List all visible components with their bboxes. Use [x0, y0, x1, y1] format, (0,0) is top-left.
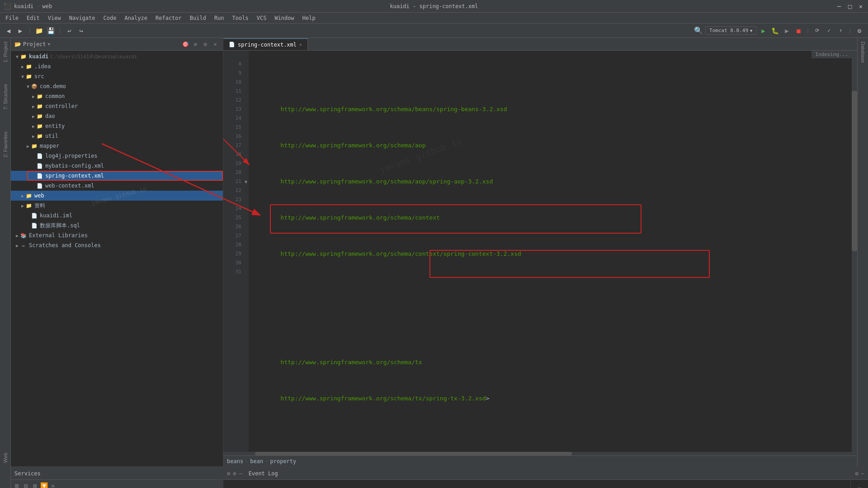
run-with-coverage[interactable]: ▶ — [782, 26, 792, 36]
tree-external[interactable]: ▶ 📚 External Libraries — [11, 230, 223, 240]
tree-iml[interactable]: ▶ 📄 kuaidi.iml — [11, 211, 223, 221]
back-button[interactable]: ◀ — [4, 26, 14, 36]
more-options[interactable]: » — [49, 482, 57, 488]
menu-analyze[interactable]: Analyze — [121, 14, 151, 22]
tree-mapper[interactable]: ▶ 📁 mapper — [11, 141, 223, 151]
run-button[interactable]: ▶ — [759, 26, 769, 36]
menu-vcs[interactable]: VCS — [253, 14, 270, 22]
stop-button[interactable]: ■ — [794, 26, 804, 36]
tree-controller[interactable]: ▶ 📁 controller — [11, 101, 223, 111]
menu-tools[interactable]: Tools — [229, 14, 252, 22]
menu-build[interactable]: Build — [186, 14, 210, 22]
breadcrumb-sep-2: › — [265, 458, 268, 465]
open-button[interactable]: 📁 — [34, 26, 44, 36]
tree-scratches[interactable]: ▶ ✏️ Scratches and Consoles — [11, 240, 223, 250]
checkbox-icon[interactable]: ☑ — [854, 483, 864, 488]
tree-common[interactable]: ▶ 📁 common — [11, 91, 223, 101]
web-toggle[interactable]: Web — [3, 453, 8, 463]
locate-button[interactable]: 🎯 — [181, 40, 189, 48]
package-icon: 📦 — [31, 83, 38, 90]
web-context-label: web-context.xml — [45, 183, 94, 189]
collapse-all-button[interactable]: ≡ — [191, 40, 199, 48]
event-log-settings[interactable]: ⚙ — [855, 470, 859, 477]
group-button[interactable]: ⊞ — [31, 482, 39, 488]
code-editor: 8 9 10 11 12 13 14 15 16 17 18 19 20 21 … — [223, 51, 857, 452]
favorites-toggle[interactable]: 2: Favorites — [3, 131, 8, 157]
code-line-15: http://www.springframework.org/schema/tx — [252, 358, 854, 367]
event-log-close[interactable]: — — [861, 470, 864, 477]
search-icon[interactable]: 🔍 — [693, 26, 703, 36]
expand-all-button[interactable]: ⊞ — [13, 482, 21, 488]
maximize-button[interactable]: □ — [846, 3, 854, 10]
breadcrumb-beans[interactable]: beans — [227, 458, 243, 465]
minimize-button[interactable]: ─ — [835, 3, 843, 10]
code-line-9: http://www.springframework.org/schema/ao… — [252, 141, 854, 150]
close-panel-button[interactable]: ✕ — [211, 40, 219, 48]
services-header: Services — [11, 467, 223, 480]
tree-resources[interactable]: ▶ 📁 资料 — [11, 201, 223, 211]
filter-button[interactable]: 🔽 — [40, 482, 48, 488]
tree-src[interactable]: ▼ 📁 src — [11, 71, 223, 81]
redo-button[interactable]: ↪ — [76, 26, 86, 36]
horizontal-scrollbar[interactable] — [223, 452, 857, 455]
src-icon: 📁 — [25, 73, 33, 80]
web-icon: 📁 — [25, 192, 33, 199]
minimize-log[interactable]: — — [239, 470, 242, 477]
dao-label: dao — [45, 113, 55, 119]
menu-refactor[interactable]: Refactor — [152, 14, 185, 22]
tree-mybatis[interactable]: ▶ 📄 mybatis-config.xml — [11, 161, 223, 171]
project-toggle[interactable]: 1: Project — [3, 42, 8, 62]
menu-navigate[interactable]: Navigate — [66, 14, 99, 22]
debug-button[interactable]: 🐛 — [770, 26, 780, 36]
vertical-scrollbar[interactable] — [852, 51, 857, 452]
menu-code[interactable]: Code — [100, 14, 120, 22]
entity-label: entity — [45, 123, 65, 129]
menu-run[interactable]: Run — [211, 14, 228, 22]
git-commit-button[interactable]: ✓ — [824, 26, 834, 36]
tree-idea[interactable]: ▶ 📁 .idea — [11, 61, 223, 71]
settings-button[interactable]: ⚙ — [854, 26, 864, 36]
util-icon: 📁 — [36, 132, 43, 140]
tree-web-context[interactable]: ▶ 📄 web-context.xml — [11, 181, 223, 191]
code-line-14 — [252, 322, 854, 331]
git-update-button[interactable]: ⟳ — [812, 26, 822, 36]
undo-button[interactable]: ↩ — [64, 26, 74, 36]
settings-panel-button[interactable]: ⚙ — [201, 40, 209, 48]
bottom-panel: Services ⊞ ⊟ ⊞ 🔽 » ▼ 🐱 Tomcat Server — [0, 466, 868, 488]
ext-arrow: ▶ — [14, 233, 20, 238]
save-button[interactable]: 💾 — [46, 26, 56, 36]
close-button[interactable]: ✕ — [857, 3, 864, 10]
menu-edit[interactable]: Edit — [23, 14, 43, 22]
menu-view[interactable]: View — [44, 14, 65, 22]
collapse-all-srv-button[interactable]: ⊟ — [22, 482, 30, 488]
tree-util[interactable]: ▶ 📁 util — [11, 131, 223, 141]
menu-file[interactable]: File — [2, 14, 22, 22]
tree-comdemo[interactable]: ▼ 📦 com.demo — [11, 81, 223, 91]
panel-actions: 🎯 ≡ ⚙ ✕ — [181, 40, 219, 48]
tree-spring-context[interactable]: ▶ 📄 spring-context.xml — [11, 171, 223, 181]
options-icon[interactable]: ⚙ — [233, 470, 236, 477]
menu-window[interactable]: Window — [271, 14, 297, 22]
tree-dao[interactable]: ▶ 📁 dao — [11, 111, 223, 121]
tab-close-button[interactable]: ✕ — [299, 42, 302, 47]
code-line-16: http://www.springframework.org/schema/tx… — [252, 394, 854, 403]
forward-button[interactable]: ▶ — [15, 26, 25, 36]
run-config-selector[interactable]: Tomcat 8.0.49 ▼ — [705, 26, 757, 35]
toolbar-sep-4: | — [849, 28, 852, 34]
tab-spring-context[interactable]: 📄 spring-context.xml ✕ — [223, 38, 308, 50]
tree-sql[interactable]: ▶ 📄 数据库脚本.sql — [11, 221, 223, 230]
menu-help[interactable]: Help — [299, 14, 319, 22]
tree-root[interactable]: ▼ 📁 kuaidi C:\Users\51414\Desktop\kuaidi — [11, 52, 223, 61]
tree-entity[interactable]: ▶ 📁 entity — [11, 121, 223, 131]
sql-label: 数据库脚本.sql — [40, 222, 80, 230]
tree-web[interactable]: ▶ 📁 web javams.github.io — [11, 191, 223, 201]
code-content[interactable]: http://www.springframework.org/schema/be… — [249, 51, 857, 452]
tree-log4j[interactable]: ▶ 📄 log4j.properties — [11, 151, 223, 161]
git-push-button[interactable]: ↑ — [836, 26, 846, 36]
left-strip: 1: Project 7: Structure 2: Favorites Web — [0, 38, 11, 466]
structure-toggle[interactable]: 7: Structure — [3, 84, 8, 110]
settings-icon[interactable]: ⚙ — [227, 470, 230, 477]
breadcrumb-bean[interactable]: bean — [250, 458, 263, 465]
breadcrumb-property[interactable]: property — [270, 458, 297, 465]
database-toggle[interactable]: Database — [860, 42, 866, 63]
